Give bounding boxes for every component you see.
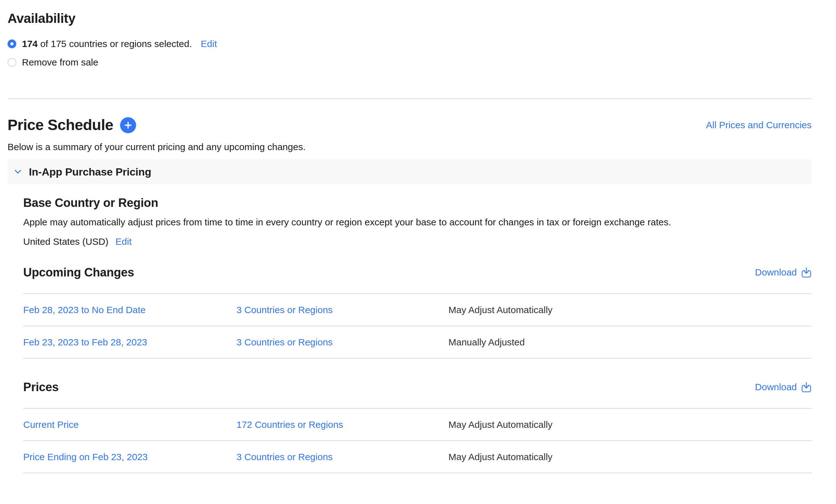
table-row: Feb 23, 2023 to Feb 28, 2023 3 Countries… bbox=[23, 326, 812, 358]
download-label: Download bbox=[755, 267, 797, 278]
row-adjustment-label: May Adjust Automatically bbox=[449, 304, 812, 316]
add-price-button[interactable] bbox=[120, 117, 136, 133]
prices-table: Current Price 172 Countries or Regions M… bbox=[23, 408, 812, 473]
row-adjustment-label: Manually Adjusted bbox=[449, 336, 812, 348]
prices-title: Prices bbox=[23, 380, 59, 394]
prices-header: Prices Download bbox=[23, 380, 812, 394]
iap-pricing-title: In-App Purchase Pricing bbox=[29, 166, 151, 178]
iap-pricing-content: Base Country or Region Apple may automat… bbox=[7, 196, 812, 473]
upcoming-changes-title: Upcoming Changes bbox=[23, 265, 134, 279]
chevron-down-icon[interactable] bbox=[15, 170, 21, 174]
row-countries-link[interactable]: 3 Countries or Regions bbox=[236, 336, 449, 348]
upcoming-changes-download-button[interactable]: Download bbox=[755, 267, 812, 278]
base-country-value: United States (USD) bbox=[23, 236, 109, 247]
plus-icon bbox=[124, 121, 132, 130]
price-schedule-title: Price Schedule bbox=[7, 116, 113, 134]
row-period-link[interactable]: Feb 28, 2023 to No End Date bbox=[23, 304, 236, 316]
row-period-link[interactable]: Feb 23, 2023 to Feb 28, 2023 bbox=[23, 336, 236, 348]
availability-option-remove[interactable]: Remove from sale bbox=[7, 56, 812, 69]
upcoming-changes-header: Upcoming Changes Download bbox=[23, 265, 812, 279]
base-country-row: United States (USD) Edit bbox=[23, 236, 812, 248]
row-adjustment-label: May Adjust Automatically bbox=[449, 419, 812, 431]
availability-edit-link[interactable]: Edit bbox=[201, 38, 217, 50]
pricing-page: Availability 174 of 175 countries or reg… bbox=[0, 11, 836, 473]
iap-pricing-toggle[interactable]: In-App Purchase Pricing bbox=[7, 159, 812, 184]
row-period-link[interactable]: Price Ending on Feb 23, 2023 bbox=[23, 451, 236, 463]
price-schedule-summary: Below is a summary of your current prici… bbox=[7, 141, 812, 153]
row-countries-link[interactable]: 172 Countries or Regions bbox=[236, 419, 449, 431]
section-divider bbox=[7, 98, 812, 99]
row-countries-link[interactable]: 3 Countries or Regions bbox=[236, 451, 449, 463]
download-label: Download bbox=[755, 382, 797, 393]
availability-option-selected[interactable]: 174 of 175 countries or regions selected… bbox=[7, 38, 812, 50]
row-adjustment-label: May Adjust Automatically bbox=[449, 451, 812, 463]
radio-selected-icon[interactable] bbox=[7, 39, 16, 48]
availability-title: Availability bbox=[7, 11, 812, 26]
base-country-description: Apple may automatically adjust prices fr… bbox=[23, 216, 812, 228]
download-icon bbox=[801, 382, 812, 393]
prices-download-button[interactable]: Download bbox=[755, 382, 812, 393]
table-row: Price Ending on Feb 23, 2023 3 Countries… bbox=[23, 441, 812, 473]
selected-count: 174 bbox=[22, 39, 38, 49]
base-country-edit-link[interactable]: Edit bbox=[115, 236, 132, 247]
table-row: Current Price 172 Countries or Regions M… bbox=[23, 409, 812, 441]
radio-unselected-icon[interactable] bbox=[7, 58, 16, 67]
table-row: Feb 28, 2023 to No End Date 3 Countries … bbox=[23, 294, 812, 326]
price-schedule-section: Price Schedule All Prices and Currencies… bbox=[7, 116, 812, 473]
base-country-title: Base Country or Region bbox=[23, 196, 812, 210]
availability-section: Availability 174 of 175 countries or reg… bbox=[7, 11, 812, 69]
all-prices-link[interactable]: All Prices and Currencies bbox=[706, 119, 812, 131]
selected-text: of 175 countries or regions selected. bbox=[38, 39, 192, 49]
download-icon bbox=[801, 267, 812, 278]
remove-from-sale-label: Remove from sale bbox=[22, 56, 98, 69]
upcoming-changes-table: Feb 28, 2023 to No End Date 3 Countries … bbox=[23, 293, 812, 358]
row-period-link[interactable]: Current Price bbox=[23, 419, 236, 431]
row-countries-link[interactable]: 3 Countries or Regions bbox=[236, 304, 449, 316]
price-schedule-header: Price Schedule All Prices and Currencies bbox=[7, 116, 812, 134]
availability-selected-label: 174 of 175 countries or regions selected… bbox=[22, 38, 192, 50]
